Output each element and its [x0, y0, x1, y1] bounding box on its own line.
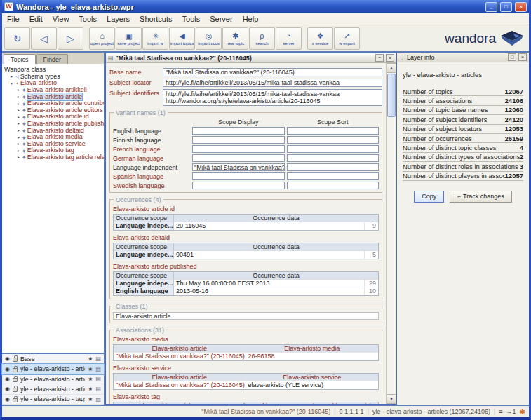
copy-button[interactable]: Copy — [414, 191, 444, 203]
variant-display-input[interactable] — [192, 172, 285, 180]
expander-icon[interactable]: ▸ — [16, 154, 21, 159]
new-topic-button[interactable]: ✱new topic — [222, 27, 248, 50]
menu-layers[interactable]: Layers — [102, 15, 135, 23]
occurrence-data[interactable]: Thu May 16 00:00:00 EEST 2013 — [174, 280, 364, 287]
menu-file[interactable]: File — [2, 15, 25, 23]
panel-restore-button[interactable]: □ — [508, 53, 516, 61]
subject-identifier[interactable]: http://wandora.org/si/yle/elava-arkisto/… — [166, 97, 320, 104]
reload-button[interactable]: ↻ — [4, 27, 30, 50]
subject-identifiers-box[interactable]: http://yle.fi/aihe/artikkeli/2013/05/15/… — [163, 89, 382, 106]
occurrence-type[interactable]: Elava-arkisto article id — [113, 205, 379, 212]
variant-sort-input[interactable] — [287, 127, 379, 135]
tab-topics[interactable]: Topics — [4, 54, 36, 64]
scroll-up-icon[interactable]: ▲ — [387, 63, 396, 73]
expander-icon[interactable]: ▸ — [9, 74, 14, 79]
occurrence-data[interactable]: 20-116045 — [174, 222, 364, 230]
expander-icon[interactable]: ▸ — [16, 101, 21, 106]
open-project-button[interactable]: ⌂open project — [89, 27, 115, 50]
lock-icon[interactable] — [13, 378, 18, 382]
tree-item-article-id[interactable]: ▸◆Elava-arkisto article id — [4, 114, 104, 121]
star-icon[interactable]: ★ — [88, 355, 93, 362]
layer-info-titlebar[interactable]: ⋮ Layer info □ × — [397, 53, 529, 62]
lock-icon[interactable] — [13, 388, 18, 392]
variant-display-input[interactable] — [192, 136, 285, 144]
eye-icon[interactable]: ◉ — [5, 386, 10, 392]
variant-sort-input[interactable] — [287, 172, 379, 180]
tree-item-artikkeli[interactable]: ▸◆Elava-arkisto artikkeli — [4, 86, 104, 93]
variant-display-input[interactable] — [192, 182, 285, 189]
association-type[interactable]: Elava-arkisto tag — [113, 393, 379, 400]
tree-item-media[interactable]: ▸◆Elava-arkisto media — [4, 133, 104, 140]
maximize-button[interactable]: □ — [500, 2, 512, 12]
expander-icon[interactable]: ▸ — [16, 107, 21, 112]
expander-icon[interactable]: ▸ — [16, 135, 21, 140]
expander-icon[interactable]: ▸ — [16, 128, 21, 133]
layer-grid-icon[interactable]: ▤ — [95, 386, 101, 392]
association-player[interactable]: "Mikä taal Stadissa on vankkaa?" (20-116… — [114, 381, 246, 389]
import-button[interactable]: ✳import w — [142, 27, 168, 50]
variant-sort-input[interactable] — [287, 182, 379, 189]
panel-minimize-button[interactable]: − — [375, 54, 384, 62]
tree-item-article-published[interactable]: ▸◆Elava-arkisto article published — [4, 120, 104, 127]
occurrence-type[interactable]: Elava-arkisto deltaid — [113, 234, 379, 241]
eye-icon[interactable]: ◉ — [5, 396, 10, 402]
layer-row-articles[interactable]: ◉yle - elava-arkisto - articles★▤ — [2, 364, 104, 374]
expander-icon[interactable]: ▸ — [16, 114, 21, 119]
import-occs-button[interactable]: ◎import occs — [196, 27, 222, 50]
layer-grid-icon[interactable]: ▤ — [95, 355, 101, 362]
layer-grid-icon[interactable]: ▤ — [95, 366, 101, 372]
vertical-scrollbar[interactable]: ▲ ▼ — [386, 63, 396, 404]
topic-tree[interactable]: Wandora class ▸◁Schema types ▾✦Elava-ark… — [2, 64, 104, 353]
tree-item-tag-article-relation[interactable]: ▸◆Elava-arkisto tag article relation — [4, 154, 104, 161]
tree-item-schema-types[interactable]: ▸◁Schema types — [4, 73, 104, 80]
tab-finder[interactable]: Finder — [36, 54, 69, 64]
panel-close-button[interactable]: × — [386, 54, 394, 62]
occurrence-row[interactable]: Language indepe...Thu May 16 00:00:00 EE… — [114, 280, 378, 287]
menu-shortcuts[interactable]: Shortcuts — [135, 15, 177, 23]
scroll-down-icon[interactable]: ▼ — [387, 394, 396, 404]
variant-display-input[interactable] — [192, 127, 285, 135]
association-type[interactable]: Elava-arkisto media — [113, 336, 379, 343]
subject-locator-input[interactable]: http://yle.fi/aihe/artikkeli/2013/05/15/… — [163, 79, 382, 87]
tree-item-elava-arkisto[interactable]: ▾✦Elava-arkisto — [4, 80, 104, 87]
tree-item-service[interactable]: ▸◆Elava-arkisto service — [4, 140, 104, 147]
panel-close-button[interactable]: × — [518, 53, 527, 61]
expander-icon[interactable]: ▸ — [16, 94, 21, 99]
topic-panel-titlebar[interactable]: ▤ "Mikä taal Stadissa on vankkaa?" (20-1… — [106, 53, 396, 63]
back-button[interactable]: ◁ — [31, 27, 57, 50]
layer-grid-icon[interactable]: ▤ — [95, 396, 101, 402]
export-button[interactable]: ↗w export — [334, 27, 360, 50]
variant-display-input[interactable]: "Mikä taal Stadissa on vankkaa?" — [192, 163, 285, 171]
layer-row-article[interactable]: ◉yle - elava-arkisto - article★▤ — [2, 384, 104, 394]
expander-icon[interactable]: ▸ — [16, 148, 21, 153]
expander-icon[interactable]: ▸ — [16, 141, 21, 146]
class-item[interactable]: Elava-arkisto article — [113, 312, 379, 320]
expander-icon[interactable]: ▸ — [16, 121, 21, 126]
tree-item-tag[interactable]: ▸◆Elava-arkisto tag — [4, 147, 104, 154]
lock-icon[interactable] — [13, 368, 18, 372]
menu-view[interactable]: View — [48, 15, 74, 23]
variant-sort-input[interactable] — [287, 154, 379, 162]
menu-server[interactable]: Server — [205, 15, 237, 23]
association-player[interactable]: elava-arkisto (YLE service) — [246, 381, 379, 389]
search-button[interactable]: ρsearch — [249, 27, 275, 50]
drag-handle-icon[interactable]: ⋮ — [399, 54, 405, 60]
star-icon[interactable]: ★ — [88, 376, 93, 382]
association-player[interactable]: 26-96158 — [246, 353, 379, 360]
eye-icon[interactable]: ◉ — [5, 376, 10, 382]
occurrence-data[interactable]: 2013-05-16 — [174, 287, 364, 295]
variant-display-input[interactable] — [192, 154, 285, 162]
occurrence-type[interactable]: Elava-arkisto article published — [113, 263, 379, 270]
occurrence-row[interactable]: Language indepe...904915 — [114, 251, 378, 259]
lock-icon[interactable] — [13, 358, 18, 362]
variant-sort-input[interactable] — [287, 145, 379, 153]
layer-grid-icon[interactable]: ▤ — [95, 376, 101, 382]
eye-icon[interactable]: ◉ — [5, 355, 10, 362]
expander-icon[interactable]: ▾ — [9, 81, 14, 86]
scrollbar-thumb[interactable] — [387, 74, 396, 117]
menu-help[interactable]: Help — [238, 15, 264, 23]
association-type[interactable]: Elava-arkisto service — [113, 365, 379, 372]
menu-edit[interactable]: Edit — [25, 15, 48, 23]
save-project-button[interactable]: ▣save project — [116, 27, 142, 50]
close-button[interactable]: × — [515, 2, 527, 12]
